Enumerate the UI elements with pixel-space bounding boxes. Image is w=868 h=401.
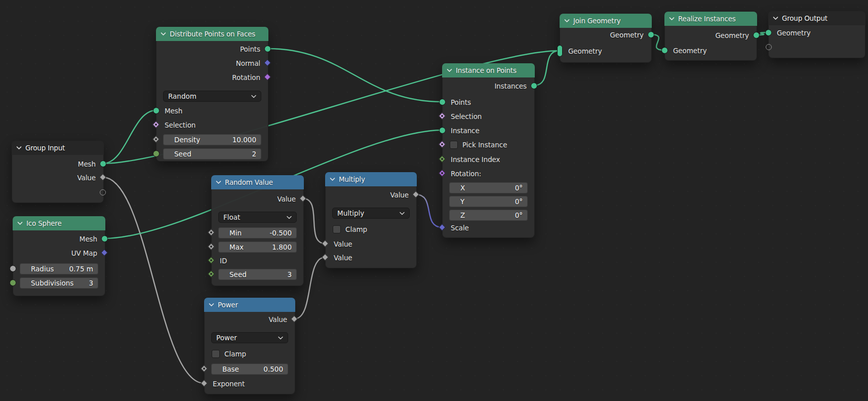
- node-random_value[interactable]: Random ValueValueFloatMin-0.500Max1.800I…: [211, 175, 304, 286]
- socket-label: Geometry: [777, 29, 811, 37]
- dropdown-type[interactable]: Float: [218, 212, 297, 223]
- node-power[interactable]: PowerValuePowerClampBase0.500Exponent: [204, 298, 295, 394]
- dropdown-op[interactable]: Power: [211, 332, 288, 343]
- socket-label: ID: [220, 257, 227, 265]
- slider-label: X: [460, 184, 465, 192]
- socket-label: Value: [334, 254, 352, 262]
- collapse-chevron-icon[interactable]: [773, 16, 778, 20]
- node-header[interactable]: Random Value: [211, 175, 304, 189]
- dropdown-op[interactable]: Multiply: [332, 208, 410, 219]
- output-row-value: Value: [212, 193, 303, 205]
- socket-ico_sphere-subdivisions[interactable]: [10, 279, 16, 286]
- socket-label: Instance: [451, 127, 480, 135]
- collapse-chevron-icon[interactable]: [330, 177, 335, 181]
- node-join_geometry[interactable]: Join GeometryGeometryGeometry: [560, 14, 652, 63]
- slider-seed[interactable]: Seed2: [163, 148, 261, 159]
- node-group_output[interactable]: Group OutputGeometry: [768, 11, 865, 58]
- node-header[interactable]: Power: [204, 298, 295, 312]
- checkbox-clamp[interactable]: [212, 350, 220, 358]
- socket-join_geometry-geometry_out[interactable]: [648, 31, 654, 38]
- slider-min[interactable]: Min-0.500: [218, 227, 297, 238]
- slider-rot_y[interactable]: Y0°: [449, 196, 528, 207]
- socket-dot: [203, 368, 205, 370]
- collapse-chevron-icon[interactable]: [564, 19, 570, 23]
- dropdown-value: Multiply: [337, 209, 364, 217]
- node-header[interactable]: Group Output: [768, 11, 865, 25]
- checkbox-pick_instance[interactable]: [450, 141, 458, 149]
- socket-dpof-points[interactable]: [264, 46, 271, 52]
- socket-label: Geometry: [715, 31, 749, 39]
- socket-group_input-mesh[interactable]: [100, 161, 106, 167]
- checkbox-clamp[interactable]: [333, 225, 341, 233]
- link-dpof.points-to-iop.points: [267, 49, 442, 102]
- node-realize_instances[interactable]: Realize InstancesGeometryGeometry: [664, 12, 757, 61]
- slider-radius[interactable]: Radius0.75 m: [20, 263, 98, 274]
- socket-dot: [441, 115, 443, 117]
- collapse-chevron-icon[interactable]: [216, 180, 221, 184]
- node-header[interactable]: Group Input: [12, 141, 104, 155]
- node-dpof[interactable]: Distribute Points on FacesPointsNormalRo…: [156, 27, 268, 162]
- node-header[interactable]: Realize Instances: [664, 12, 757, 26]
- collapse-chevron-icon[interactable]: [16, 146, 22, 150]
- input-row-instance: Instance: [443, 125, 534, 136]
- socket-ico_sphere-radius[interactable]: [10, 265, 16, 272]
- slider-label: Max: [229, 243, 244, 251]
- socket-join_geometry-geometry_in[interactable]: [557, 45, 563, 57]
- node-ico_sphere[interactable]: Ico SphereMeshUV MapRadius0.75 mSubdivis…: [13, 216, 105, 296]
- collapse-chevron-icon[interactable]: [447, 68, 452, 72]
- chevron-down-icon: [278, 336, 283, 340]
- output-row-uv_map: UV Map: [13, 248, 105, 259]
- node-header[interactable]: Ico Sphere: [13, 216, 105, 230]
- collapse-chevron-icon[interactable]: [669, 17, 675, 21]
- socket-iop-points[interactable]: [439, 99, 446, 105]
- collapse-chevron-icon[interactable]: [161, 32, 166, 36]
- node-iop[interactable]: Instance on PointsInstancesPointsSelecti…: [442, 63, 535, 238]
- socket-label: Rotation: [232, 73, 260, 82]
- link-random_value.value-to-multiply.value1: [303, 198, 325, 244]
- node-group_input[interactable]: Group InputMeshValue: [12, 141, 104, 203]
- socket-ico_sphere-mesh[interactable]: [101, 235, 108, 242]
- socket-group_output-geometry[interactable]: [765, 29, 772, 36]
- slider-density[interactable]: Density10.000: [163, 134, 261, 145]
- node-header[interactable]: Multiply: [325, 172, 417, 186]
- slider-seed[interactable]: Seed3: [218, 269, 297, 280]
- input-row-mesh: Mesh: [156, 105, 268, 116]
- slider-max[interactable]: Max1.800: [218, 242, 297, 253]
- slider-subdivisions[interactable]: Subdivisions3: [20, 277, 98, 289]
- slider-value: 0°: [515, 211, 523, 219]
- slider-value: 1.800: [272, 243, 292, 251]
- dropdown-method[interactable]: Random: [163, 91, 261, 102]
- socket-realize_instances-geometry_in[interactable]: [661, 47, 668, 54]
- slider-label: Z: [460, 211, 465, 219]
- collapse-chevron-icon[interactable]: [17, 221, 23, 225]
- socket-label: Value: [334, 240, 352, 248]
- node-header[interactable]: Distribute Points on Faces: [156, 27, 268, 41]
- socket-label: Value: [77, 174, 96, 182]
- socket-group_output-virtual_in[interactable]: [766, 44, 772, 50]
- link-group_input.mesh-to-dpof.mesh: [103, 110, 156, 164]
- socket-label: Selection: [451, 112, 482, 121]
- output-row-mesh: Mesh: [13, 233, 105, 245]
- socket-iop-instances[interactable]: [531, 83, 537, 89]
- collapse-chevron-icon[interactable]: [209, 303, 214, 307]
- input-row-scale: Scale: [443, 222, 534, 233]
- input-row-selection: Selection: [156, 119, 268, 131]
- node-header[interactable]: Instance on Points: [442, 63, 535, 77]
- socket-dot: [210, 246, 212, 248]
- output-row-points: Points: [156, 44, 268, 55]
- slider-base[interactable]: Base0.500: [211, 364, 288, 375]
- socket-dpof-mesh[interactable]: [153, 107, 160, 114]
- socket-iop-instance[interactable]: [439, 127, 446, 134]
- node-title: Group Output: [782, 14, 827, 22]
- node-multiply[interactable]: MultiplyValueMultiplyClampValueValue: [325, 172, 417, 268]
- slider-rot_x[interactable]: X0°: [449, 182, 528, 193]
- socket-dpof-seed[interactable]: [153, 150, 160, 157]
- input-row-geometry_in: Geometry: [560, 46, 651, 57]
- node-header[interactable]: Join Geometry: [560, 14, 652, 28]
- node-editor-canvas[interactable]: Group InputMeshValueIco SphereMeshUV Map…: [0, 0, 868, 401]
- socket-group_input-virtual_out[interactable]: [100, 189, 106, 195]
- output-row-geometry_out: Geometry: [665, 30, 757, 41]
- socket-realize_instances-geometry_out[interactable]: [753, 32, 760, 38]
- slider-rot_z[interactable]: Z0°: [449, 210, 528, 221]
- node-title: Power: [218, 301, 238, 309]
